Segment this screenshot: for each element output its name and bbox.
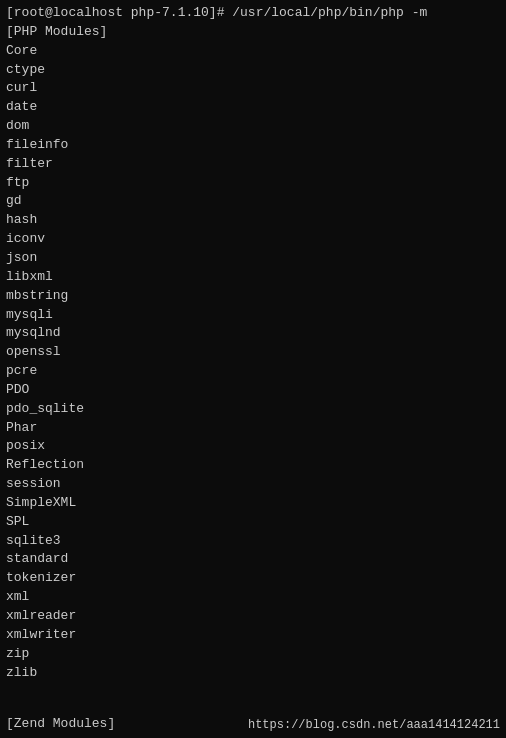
module-item: openssl	[6, 343, 500, 362]
module-item: SPL	[6, 513, 500, 532]
module-item: sqlite3	[6, 532, 500, 551]
bottom-bar: [Zend Modules] https://blog.csdn.net/aaa…	[6, 711, 500, 734]
watermark: https://blog.csdn.net/aaa1414124211	[248, 718, 500, 732]
module-item: pdo_sqlite	[6, 400, 500, 419]
prompt-line: [root@localhost php-7.1.10]# /usr/local/…	[6, 4, 500, 23]
module-item: session	[6, 475, 500, 494]
module-item: xmlwriter	[6, 626, 500, 645]
module-item: standard	[6, 550, 500, 569]
module-item: mysqli	[6, 306, 500, 325]
module-item: mbstring	[6, 287, 500, 306]
modules-list: Corectypecurldatedomfileinfofilterftpgdh…	[6, 42, 500, 683]
module-item: libxml	[6, 268, 500, 287]
module-item: json	[6, 249, 500, 268]
module-item: curl	[6, 79, 500, 98]
module-item: date	[6, 98, 500, 117]
module-item: zlib	[6, 664, 500, 683]
php-modules-header: [PHP Modules]	[6, 23, 500, 42]
module-item: posix	[6, 437, 500, 456]
module-item: ftp	[6, 174, 500, 193]
module-item: hash	[6, 211, 500, 230]
module-item: Phar	[6, 419, 500, 438]
module-item: dom	[6, 117, 500, 136]
module-item: ctype	[6, 61, 500, 80]
module-item: pcre	[6, 362, 500, 381]
module-item: mysqlnd	[6, 324, 500, 343]
module-item: zip	[6, 645, 500, 664]
module-item: xml	[6, 588, 500, 607]
module-item: xmlreader	[6, 607, 500, 626]
module-item: Core	[6, 42, 500, 61]
zend-modules-header: [Zend Modules]	[6, 715, 115, 734]
module-item: gd	[6, 192, 500, 211]
terminal-window: [root@localhost php-7.1.10]# /usr/local/…	[0, 0, 506, 738]
module-item: iconv	[6, 230, 500, 249]
empty-line	[6, 682, 500, 701]
module-item: fileinfo	[6, 136, 500, 155]
module-item: filter	[6, 155, 500, 174]
module-item: SimpleXML	[6, 494, 500, 513]
module-item: tokenizer	[6, 569, 500, 588]
module-item: PDO	[6, 381, 500, 400]
module-item: Reflection	[6, 456, 500, 475]
